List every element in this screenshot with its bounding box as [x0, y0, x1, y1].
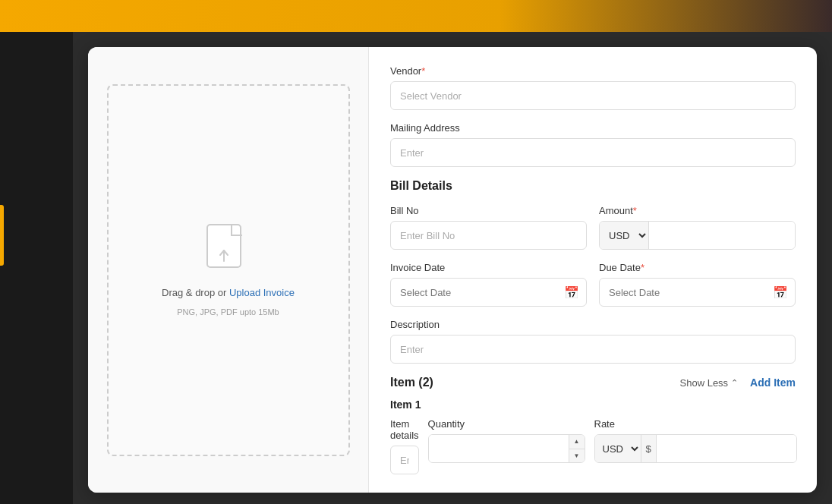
- amount-input-wrap: USD EUR GBP: [599, 221, 796, 250]
- add-item-button[interactable]: Add Item: [750, 376, 796, 389]
- upload-file-icon: [206, 223, 251, 278]
- rate-label: Rate: [594, 418, 797, 430]
- due-date-wrap: 📅: [599, 278, 796, 307]
- sidebar: [0, 0, 73, 504]
- items-controls: Show Less ⌃ Add Item: [680, 376, 796, 389]
- top-bar: [0, 0, 832, 32]
- sidebar-yellow-accent: [0, 205, 4, 266]
- quantity-input[interactable]: [429, 435, 569, 462]
- quantity-down-button[interactable]: ▼: [569, 449, 585, 463]
- description-row: Description: [390, 319, 796, 364]
- rate-input-wrap: USD EUR $: [594, 434, 797, 463]
- mailing-address-input[interactable]: [390, 138, 796, 167]
- invoice-date-col: Invoice Date 📅: [390, 262, 587, 307]
- quantity-input-wrap: ▲ ▼: [428, 434, 585, 463]
- invoice-date-input[interactable]: [390, 278, 587, 307]
- item-1-row: Item details Quantity ▲ ▼ Rate: [390, 418, 796, 474]
- drag-text: Drag & drop or: [162, 287, 229, 298]
- quantity-up-button[interactable]: ▲: [569, 435, 585, 449]
- description-input[interactable]: [390, 335, 796, 364]
- due-date-col: Due Date* 📅: [599, 262, 796, 307]
- upload-text: Drag & drop or Upload Invoice: [162, 287, 295, 298]
- form-panel: Vendor* Mailing Address Bill Details Bil…: [369, 47, 817, 493]
- item-1-label: Item 1: [390, 398, 796, 411]
- upload-invoice-link[interactable]: Upload Invoice: [229, 287, 295, 298]
- bill-no-label: Bill No: [390, 205, 587, 216]
- dates-row: Invoice Date 📅 Due Date* 📅: [390, 262, 796, 307]
- quantity-col: Quantity ▲ ▼: [428, 418, 585, 463]
- show-less-label: Show Less: [680, 377, 729, 389]
- bill-no-col: Bill No: [390, 205, 587, 250]
- vendor-row: Vendor*: [390, 65, 796, 110]
- invoice-date-label: Invoice Date: [390, 262, 587, 273]
- upload-zone[interactable]: Drag & drop or Upload Invoice PNG, JPG, …: [107, 84, 350, 456]
- rate-col: Rate USD EUR $: [594, 418, 797, 463]
- chevron-up-icon: ⌃: [731, 378, 738, 388]
- rate-dollar-symbol: $: [641, 435, 657, 462]
- rate-input[interactable]: [657, 435, 796, 462]
- description-label: Description: [390, 319, 796, 330]
- show-less-button[interactable]: Show Less ⌃: [680, 377, 739, 389]
- vendor-label: Vendor*: [390, 65, 796, 77]
- bill-amount-row: Bill No Amount* USD EUR GBP: [390, 205, 796, 250]
- mailing-address-row: Mailing Address: [390, 122, 796, 167]
- upload-panel: Drag & drop or Upload Invoice PNG, JPG, …: [88, 47, 369, 493]
- amount-input[interactable]: [649, 222, 795, 249]
- due-date-input[interactable]: [599, 278, 796, 307]
- rate-currency-select[interactable]: USD EUR: [595, 435, 641, 462]
- item-details-input[interactable]: [390, 446, 419, 474]
- items-title: Item (2): [390, 376, 433, 389]
- mailing-address-label: Mailing Address: [390, 122, 796, 134]
- bill-no-input[interactable]: [390, 221, 587, 250]
- main-content: Drag & drop or Upload Invoice PNG, JPG, …: [73, 32, 832, 504]
- vendor-input[interactable]: [390, 81, 796, 110]
- item-details-col: Item details: [390, 418, 419, 474]
- upload-subtext: PNG, JPG, PDF upto 15Mb: [177, 307, 279, 317]
- items-header: Item (2) Show Less ⌃ Add Item: [390, 376, 796, 389]
- quantity-label: Quantity: [428, 418, 585, 430]
- amount-label: Amount*: [599, 205, 796, 216]
- amount-currency-select[interactable]: USD EUR GBP: [600, 222, 649, 249]
- due-date-label: Due Date*: [599, 262, 796, 273]
- invoice-date-wrap: 📅: [390, 278, 587, 307]
- upload-icon-wrap: [206, 223, 251, 278]
- amount-col: Amount* USD EUR GBP: [599, 205, 796, 250]
- bill-details-title: Bill Details: [390, 179, 796, 193]
- card: Drag & drop or Upload Invoice PNG, JPG, …: [88, 47, 817, 493]
- item-details-label: Item details: [390, 418, 419, 441]
- quantity-arrows: ▲ ▼: [569, 435, 585, 462]
